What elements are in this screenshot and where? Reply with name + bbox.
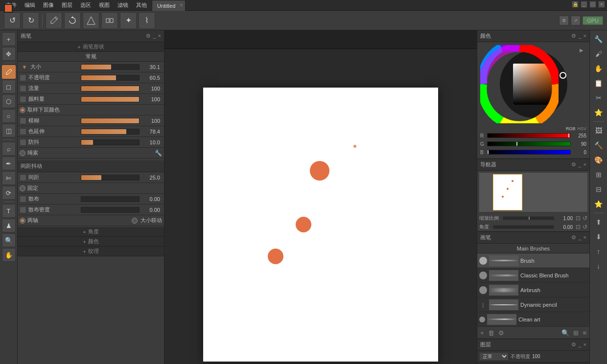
scatter-density-check[interactable] <box>20 206 26 213</box>
angle-reset-icon[interactable]: ↺ <box>583 224 587 230</box>
stabilizer-button[interactable]: ⌇ <box>139 12 155 29</box>
tool-hand-icon[interactable]: ✋ <box>592 62 606 75</box>
paint-amount-slider[interactable] <box>81 96 140 102</box>
layers-minimize[interactable]: _ <box>578 341 581 348</box>
menu-select[interactable]: 选区 <box>76 0 95 10</box>
color-panel-settings[interactable]: ⚙ <box>571 33 576 39</box>
tool-hammer-icon[interactable]: 🔨 <box>592 138 606 152</box>
tool-settings-icon[interactable]: 🔧 <box>592 32 606 46</box>
opacity-slider[interactable] <box>81 75 140 81</box>
tool-up2-icon[interactable]: ↑ <box>592 245 606 258</box>
color-panel-minimize[interactable]: _ <box>578 33 581 39</box>
brush-grid-button[interactable]: ⊞ <box>572 328 580 338</box>
g-slider[interactable] <box>487 141 571 146</box>
blur-slider[interactable] <box>81 118 140 124</box>
tool-brush[interactable] <box>2 65 16 79</box>
size-link-radio[interactable] <box>132 218 138 224</box>
brush-add-button[interactable]: + <box>479 328 485 338</box>
tool-clone[interactable]: ✄ <box>2 171 16 185</box>
tool-shape[interactable]: ○ <box>2 109 16 123</box>
spacing-slider[interactable] <box>81 175 140 181</box>
zoom-slider[interactable] <box>503 216 554 220</box>
angle-flip-icon[interactable]: ⊡ <box>576 224 581 230</box>
tool-text[interactable]: T <box>2 204 16 218</box>
stabilizer-slider[interactable] <box>81 139 140 145</box>
size-slider[interactable] <box>81 64 140 70</box>
tool-paint-icon[interactable]: 🖌 <box>592 47 606 61</box>
window-minimize[interactable]: _ <box>581 1 587 8</box>
flow-check[interactable] <box>20 85 26 92</box>
menu-layer[interactable]: 图层 <box>58 0 76 10</box>
transform-button[interactable] <box>83 12 99 29</box>
color-panel-close[interactable]: × <box>584 33 586 39</box>
tool-fill[interactable]: ⬡ <box>2 94 16 108</box>
fixed-radio[interactable] <box>20 185 25 191</box>
rope-settings-icon[interactable]: 🔧 <box>155 150 162 157</box>
b-slider[interactable] <box>487 150 571 155</box>
undo-button[interactable]: ↺ <box>4 12 21 29</box>
navigator-close[interactable]: × <box>584 161 586 168</box>
tool-heal[interactable]: ⟳ <box>2 186 16 200</box>
brush-panel-close[interactable]: × <box>158 33 161 39</box>
add-brush-shape-button[interactable]: + 画笔形状 <box>18 42 164 52</box>
zoom-fit-icon[interactable]: ⊡ <box>576 215 581 222</box>
tool-up1-icon[interactable]: ⬆ <box>592 215 606 229</box>
tab-close-button[interactable]: × <box>180 2 183 8</box>
layers-settings[interactable]: ⚙ <box>571 341 576 348</box>
navigator-settings[interactable]: ⚙ <box>571 161 576 168</box>
color-section[interactable]: + 颜色 <box>18 237 164 247</box>
brush-item-pencil[interactable]: | Dynamic pencil <box>477 297 589 312</box>
menu-other[interactable]: 其他 <box>132 0 151 10</box>
opacity-check[interactable] <box>20 74 26 81</box>
tool-move[interactable]: ✥ <box>2 47 16 61</box>
color-panel-play[interactable]: ▶ <box>578 46 585 54</box>
tool-selection[interactable]: ◫ <box>2 124 16 137</box>
tool-add[interactable]: + <box>2 32 16 46</box>
tool-crop-icon-right[interactable]: ✂ <box>592 91 606 105</box>
tool-star-icon[interactable]: ⭐ <box>592 106 606 119</box>
angle-section[interactable]: + 角度 <box>18 227 164 237</box>
tool-favorite-icon[interactable]: ⭐ <box>592 197 606 211</box>
brush-panel-settings[interactable]: ⚙ <box>146 33 151 39</box>
flip-button[interactable] <box>101 12 118 29</box>
scatter-slider[interactable] <box>81 196 140 202</box>
navigator-preview[interactable] <box>479 173 587 212</box>
stabilizer-check[interactable] <box>20 139 26 146</box>
navigator-minimize[interactable]: _ <box>578 161 581 168</box>
layers-close[interactable]: × <box>584 341 586 348</box>
brush-tool-button[interactable] <box>46 12 62 29</box>
tool-zoom[interactable]: 🔍 <box>2 233 16 247</box>
tool-down2-icon[interactable]: ↓ <box>592 259 606 273</box>
flow-slider[interactable] <box>81 86 140 91</box>
brush-panel-minimize[interactable]: _ <box>153 33 156 39</box>
layer-mode-select[interactable]: 正常 <box>479 352 509 361</box>
hsv-mode-label[interactable]: HSV <box>577 126 586 131</box>
menu-image[interactable]: 图像 <box>39 0 58 10</box>
settings-button[interactable]: ⚙ <box>559 16 569 25</box>
tool-color-icon[interactable]: 🎨 <box>592 153 606 167</box>
brush-item-brush[interactable]: Brush <box>477 253 589 268</box>
tool-crop[interactable]: ♟ <box>2 219 16 232</box>
color-stretch-check[interactable] <box>20 128 26 135</box>
menu-edit[interactable]: 编辑 <box>21 0 39 10</box>
tool-pan[interactable]: ✋ <box>2 248 16 262</box>
brush-delete-button[interactable]: 🗑 <box>487 328 495 338</box>
redo-button[interactable]: ↻ <box>23 12 39 29</box>
window-close[interactable]: × <box>598 1 605 8</box>
tool-smudge[interactable]: ⌕ <box>2 142 16 156</box>
brushes-settings[interactable]: ⚙ <box>571 234 576 241</box>
tool-grid-icon[interactable]: ⊞ <box>592 168 606 182</box>
menu-view[interactable]: 视图 <box>95 0 114 10</box>
window-maximize[interactable]: □ <box>589 1 596 8</box>
brush-item-clean[interactable]: Clean art <box>477 312 589 327</box>
tool-pen[interactable]: ✒ <box>2 157 16 170</box>
snowflake-button[interactable]: ✦ <box>120 12 137 29</box>
color-stretch-slider[interactable] <box>81 129 140 135</box>
tool-down1-icon[interactable]: ⬇ <box>592 230 606 244</box>
zoom-reset-icon[interactable]: ↺ <box>583 215 587 222</box>
brushes-minimize[interactable]: _ <box>578 234 581 241</box>
tool-remove-icon[interactable]: ⊟ <box>592 182 606 196</box>
axes-radio[interactable] <box>20 218 25 224</box>
r-slider[interactable] <box>487 133 571 138</box>
menu-filter[interactable]: 滤镜 <box>114 0 132 10</box>
